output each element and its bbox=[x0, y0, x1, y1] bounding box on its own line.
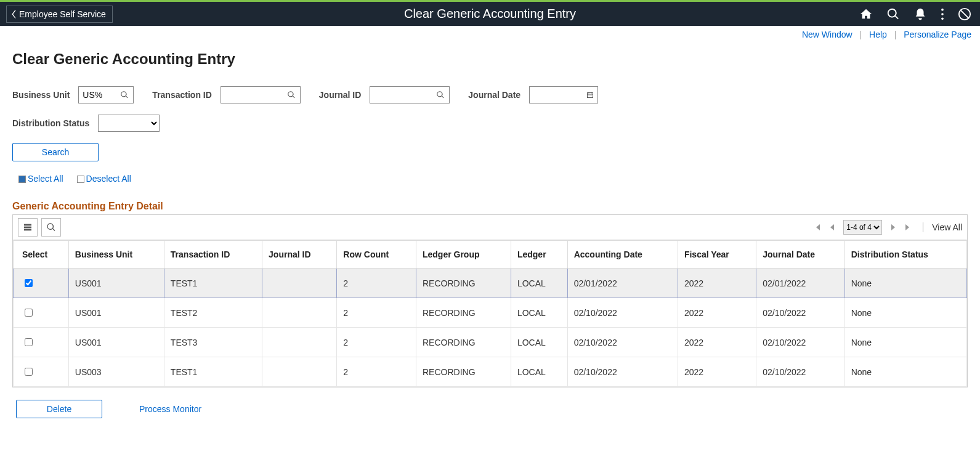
svg-line-4 bbox=[961, 10, 969, 18]
actions-menu-icon[interactable] bbox=[941, 7, 944, 21]
grid-find-button[interactable] bbox=[41, 218, 61, 237]
last-page-icon[interactable] bbox=[904, 224, 912, 231]
checkbox-checked-icon bbox=[18, 176, 26, 183]
page-title: Clear Generic Accounting Entry bbox=[12, 51, 968, 68]
journal-id-field bbox=[370, 86, 450, 103]
column-header[interactable]: Row Count bbox=[337, 241, 416, 269]
cell-ledger-group: RECORDING bbox=[416, 269, 511, 298]
cell-transaction-id: TEST1 bbox=[164, 357, 262, 387]
cell-ledger: LOCAL bbox=[511, 357, 567, 387]
column-header[interactable]: Ledger bbox=[511, 241, 567, 269]
transaction-id-input[interactable] bbox=[221, 87, 283, 103]
grid-navigation: 1-4 of 4 View All bbox=[814, 220, 962, 235]
cell-business-unit: US001 bbox=[68, 298, 164, 328]
business-unit-label: Business Unit bbox=[12, 90, 70, 100]
row-select-checkbox[interactable] bbox=[25, 309, 33, 317]
delete-button[interactable]: Delete bbox=[16, 400, 102, 418]
cell-ledger-group: RECORDING bbox=[416, 328, 511, 357]
search-criteria-row-1: Business Unit Transaction ID Journal ID bbox=[12, 86, 968, 103]
new-window-link[interactable]: New Window bbox=[802, 30, 852, 39]
column-header[interactable]: Transaction ID bbox=[164, 241, 262, 269]
grid-range-select[interactable]: 1-4 of 4 bbox=[843, 220, 882, 235]
nav-icon[interactable] bbox=[958, 7, 971, 21]
journal-date-field bbox=[529, 86, 598, 103]
bottom-actions: Delete Process Monitor bbox=[16, 400, 968, 418]
grid-section-title: Generic Accounting Entry Detail bbox=[12, 201, 968, 212]
row-select-checkbox[interactable] bbox=[25, 368, 33, 376]
home-icon[interactable] bbox=[859, 7, 873, 21]
cell-distribution-status: None bbox=[844, 357, 966, 387]
journal-date-input[interactable] bbox=[530, 91, 583, 100]
first-page-icon[interactable] bbox=[814, 224, 821, 231]
separator: | bbox=[894, 30, 897, 39]
cell-fiscal-year: 2022 bbox=[678, 298, 756, 328]
row-select-checkbox[interactable] bbox=[25, 279, 33, 287]
cell-distribution-status: None bbox=[844, 298, 966, 328]
search-icon[interactable] bbox=[886, 7, 900, 21]
separator: | bbox=[860, 30, 862, 39]
results-grid: 1-4 of 4 View All SelectBusiness UnitTra… bbox=[12, 214, 968, 387]
column-header[interactable]: Fiscal Year bbox=[678, 241, 756, 269]
column-header[interactable]: Business Unit bbox=[68, 241, 164, 269]
notification-icon[interactable] bbox=[913, 7, 927, 21]
column-header[interactable]: Accounting Date bbox=[567, 241, 678, 269]
page-header-title: Clear Generic Accounting Entry bbox=[404, 7, 576, 21]
svg-point-2 bbox=[941, 17, 944, 20]
help-link[interactable]: Help bbox=[869, 30, 887, 39]
cell-transaction-id: TEST2 bbox=[164, 298, 262, 328]
search-criteria-row-2: Distribution Status bbox=[12, 115, 968, 132]
business-unit-lookup[interactable] bbox=[116, 87, 133, 103]
grid-personalize-button[interactable] bbox=[18, 218, 38, 237]
cell-journal-date: 02/10/2022 bbox=[756, 328, 844, 357]
journal-id-label: Journal ID bbox=[319, 90, 361, 100]
column-header[interactable]: Ledger Group bbox=[416, 241, 511, 269]
deselect-all-link[interactable]: Deselect All bbox=[77, 174, 131, 184]
column-header[interactable]: Select bbox=[14, 241, 69, 269]
cell-business-unit: US001 bbox=[68, 269, 164, 298]
lookup-icon bbox=[287, 91, 296, 99]
column-header[interactable]: Journal ID bbox=[262, 241, 337, 269]
cell-ledger-group: RECORDING bbox=[416, 357, 511, 387]
select-row-links: Select All Deselect All bbox=[18, 174, 968, 184]
cell-distribution-status: None bbox=[844, 328, 966, 357]
grid-settings-icon bbox=[23, 222, 33, 232]
app-header: Employee Self Service Clear Generic Acco… bbox=[0, 0, 980, 26]
cell-ledger: LOCAL bbox=[511, 298, 567, 328]
select-all-link[interactable]: Select All bbox=[18, 174, 63, 184]
table-row: US001TEST22RECORDINGLOCAL02/10/202220220… bbox=[14, 298, 967, 328]
cell-distribution-status: None bbox=[844, 269, 966, 298]
column-header[interactable]: Distribution Status bbox=[844, 241, 966, 269]
table-body: US001TEST12RECORDINGLOCAL02/01/202220220… bbox=[14, 269, 967, 387]
view-all-link[interactable]: View All bbox=[923, 222, 962, 232]
cell-ledger: LOCAL bbox=[511, 269, 567, 298]
journal-id-lookup[interactable] bbox=[432, 87, 449, 103]
personalize-link[interactable]: Personalize Page bbox=[904, 30, 971, 39]
distribution-status-label: Distribution Status bbox=[12, 118, 89, 128]
lookup-icon bbox=[436, 91, 445, 99]
cell-row-count: 2 bbox=[337, 298, 416, 328]
row-select-checkbox[interactable] bbox=[25, 338, 33, 346]
journal-id-input[interactable] bbox=[370, 87, 432, 103]
cell-journal-id bbox=[262, 357, 337, 387]
business-unit-input[interactable] bbox=[79, 87, 116, 103]
cell-ledger-group: RECORDING bbox=[416, 298, 511, 328]
table-row: US003TEST12RECORDINGLOCAL02/10/202220220… bbox=[14, 357, 967, 387]
process-monitor-link[interactable]: Process Monitor bbox=[139, 404, 201, 414]
svg-point-9 bbox=[589, 95, 589, 96]
back-button[interactable]: Employee Self Service bbox=[6, 6, 113, 23]
next-page-icon[interactable] bbox=[889, 224, 897, 231]
svg-point-0 bbox=[941, 8, 944, 10]
column-header[interactable]: Journal Date bbox=[756, 241, 844, 269]
table-row: US001TEST32RECORDINGLOCAL02/10/202220220… bbox=[14, 328, 967, 357]
transaction-id-lookup[interactable] bbox=[283, 87, 300, 103]
prev-page-icon[interactable] bbox=[828, 224, 836, 231]
journal-date-calendar[interactable] bbox=[583, 89, 597, 100]
search-button[interactable]: Search bbox=[12, 143, 99, 161]
distribution-status-select[interactable] bbox=[98, 115, 160, 132]
cell-accounting-date: 02/10/2022 bbox=[567, 298, 678, 328]
lookup-icon bbox=[120, 91, 129, 99]
journal-date-label: Journal Date bbox=[468, 90, 520, 100]
cell-business-unit: US001 bbox=[68, 328, 164, 357]
checkbox-unchecked-icon bbox=[77, 176, 84, 183]
utility-links: New Window | Help | Personalize Page bbox=[0, 26, 980, 39]
